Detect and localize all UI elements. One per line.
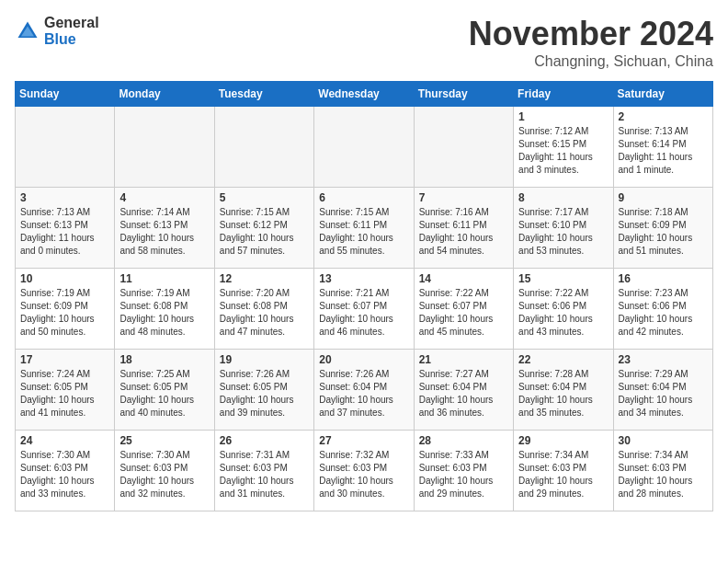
day-number: 24: [20, 434, 109, 447]
day-number: 5: [220, 191, 309, 204]
day-cell: 27Sunrise: 7:32 AM Sunset: 6:03 PM Dayli…: [314, 431, 414, 511]
weekday-header-thursday: Thursday: [414, 82, 513, 107]
day-number: 12: [220, 272, 309, 285]
day-cell: 10Sunrise: 7:19 AM Sunset: 6:09 PM Dayli…: [16, 269, 115, 350]
day-info: Sunrise: 7:23 AM Sunset: 6:06 PM Dayligh…: [619, 287, 708, 339]
weekday-header-monday: Monday: [115, 82, 214, 107]
day-cell: 24Sunrise: 7:30 AM Sunset: 6:03 PM Dayli…: [16, 431, 115, 511]
day-info: Sunrise: 7:24 AM Sunset: 6:05 PM Dayligh…: [20, 368, 109, 419]
day-info: Sunrise: 7:26 AM Sunset: 6:04 PM Dayligh…: [319, 368, 408, 419]
day-cell: 25Sunrise: 7:30 AM Sunset: 6:03 PM Dayli…: [115, 431, 214, 511]
day-cell: 17Sunrise: 7:24 AM Sunset: 6:05 PM Dayli…: [16, 350, 115, 431]
day-info: Sunrise: 7:34 AM Sunset: 6:03 PM Dayligh…: [518, 449, 608, 500]
day-number: 30: [619, 434, 708, 447]
day-info: Sunrise: 7:30 AM Sunset: 6:03 PM Dayligh…: [119, 449, 209, 500]
day-number: 7: [419, 191, 508, 204]
day-info: Sunrise: 7:22 AM Sunset: 6:07 PM Dayligh…: [419, 287, 508, 339]
week-row-4: 17Sunrise: 7:24 AM Sunset: 6:05 PM Dayli…: [16, 350, 713, 431]
day-cell: 1Sunrise: 7:12 AM Sunset: 6:15 PM Daylig…: [514, 107, 613, 188]
day-number: 26: [220, 434, 309, 447]
day-cell: 4Sunrise: 7:14 AM Sunset: 6:13 PM Daylig…: [115, 188, 214, 269]
weekday-header-saturday: Saturday: [613, 82, 712, 107]
day-cell: 5Sunrise: 7:15 AM Sunset: 6:12 PM Daylig…: [214, 188, 313, 269]
day-number: 4: [119, 191, 209, 204]
day-info: Sunrise: 7:22 AM Sunset: 6:06 PM Dayligh…: [518, 287, 608, 339]
day-cell: 22Sunrise: 7:28 AM Sunset: 6:04 PM Dayli…: [514, 350, 613, 431]
day-info: Sunrise: 7:12 AM Sunset: 6:15 PM Dayligh…: [518, 125, 608, 177]
day-cell: 3Sunrise: 7:13 AM Sunset: 6:13 PM Daylig…: [16, 188, 115, 269]
day-number: 8: [518, 191, 608, 204]
day-cell: 7Sunrise: 7:16 AM Sunset: 6:11 PM Daylig…: [414, 188, 513, 269]
day-number: 19: [220, 353, 309, 366]
month-title: November 2024: [469, 15, 713, 53]
day-number: 10: [20, 272, 109, 285]
day-number: 1: [518, 110, 608, 123]
day-cell: 15Sunrise: 7:22 AM Sunset: 6:06 PM Dayli…: [514, 269, 613, 350]
weekday-header-wednesday: Wednesday: [314, 82, 414, 107]
day-info: Sunrise: 7:16 AM Sunset: 6:11 PM Dayligh…: [419, 206, 508, 258]
title-block: November 2024 Changning, Sichuan, China: [469, 15, 713, 70]
day-number: 11: [119, 272, 209, 285]
day-info: Sunrise: 7:15 AM Sunset: 6:12 PM Dayligh…: [220, 206, 309, 258]
day-cell: 19Sunrise: 7:26 AM Sunset: 6:05 PM Dayli…: [214, 350, 313, 431]
day-info: Sunrise: 7:19 AM Sunset: 6:08 PM Dayligh…: [119, 287, 209, 339]
day-number: 15: [518, 272, 608, 285]
day-cell: [414, 107, 513, 188]
day-number: 13: [319, 272, 408, 285]
day-cell: 2Sunrise: 7:13 AM Sunset: 6:14 PM Daylig…: [613, 107, 712, 188]
day-cell: 13Sunrise: 7:21 AM Sunset: 6:07 PM Dayli…: [314, 269, 414, 350]
day-info: Sunrise: 7:28 AM Sunset: 6:04 PM Dayligh…: [518, 368, 608, 419]
day-cell: 11Sunrise: 7:19 AM Sunset: 6:08 PM Dayli…: [115, 269, 214, 350]
location: Changning, Sichuan, China: [469, 53, 713, 70]
day-info: Sunrise: 7:33 AM Sunset: 6:03 PM Dayligh…: [419, 449, 508, 500]
day-cell: 23Sunrise: 7:29 AM Sunset: 6:04 PM Dayli…: [613, 350, 712, 431]
weekday-header-row: SundayMondayTuesdayWednesdayThursdayFrid…: [16, 82, 713, 107]
day-info: Sunrise: 7:25 AM Sunset: 6:05 PM Dayligh…: [119, 368, 209, 419]
day-cell: 8Sunrise: 7:17 AM Sunset: 6:10 PM Daylig…: [514, 188, 613, 269]
day-cell: [115, 107, 214, 188]
day-number: 28: [419, 434, 508, 447]
day-cell: 16Sunrise: 7:23 AM Sunset: 6:06 PM Dayli…: [613, 269, 712, 350]
day-number: 16: [619, 272, 708, 285]
day-number: 17: [20, 353, 109, 366]
day-number: 22: [518, 353, 608, 366]
day-cell: [214, 107, 313, 188]
day-number: 27: [319, 434, 408, 447]
day-cell: 9Sunrise: 7:18 AM Sunset: 6:09 PM Daylig…: [613, 188, 712, 269]
day-info: Sunrise: 7:13 AM Sunset: 6:13 PM Dayligh…: [20, 206, 109, 258]
day-info: Sunrise: 7:34 AM Sunset: 6:03 PM Dayligh…: [619, 449, 708, 500]
day-info: Sunrise: 7:31 AM Sunset: 6:03 PM Dayligh…: [220, 449, 309, 500]
day-number: 23: [619, 353, 708, 366]
day-number: 20: [319, 353, 408, 366]
page-header: General Blue November 2024 Changning, Si…: [15, 15, 713, 70]
day-number: 6: [319, 191, 408, 204]
day-number: 9: [619, 191, 708, 204]
day-cell: 28Sunrise: 7:33 AM Sunset: 6:03 PM Dayli…: [414, 431, 513, 511]
day-number: 14: [419, 272, 508, 285]
day-info: Sunrise: 7:13 AM Sunset: 6:14 PM Dayligh…: [619, 125, 708, 177]
calendar-table: SundayMondayTuesdayWednesdayThursdayFrid…: [15, 81, 713, 511]
day-info: Sunrise: 7:15 AM Sunset: 6:11 PM Dayligh…: [319, 206, 408, 258]
day-number: 21: [419, 353, 508, 366]
week-row-3: 10Sunrise: 7:19 AM Sunset: 6:09 PM Dayli…: [16, 269, 713, 350]
day-info: Sunrise: 7:32 AM Sunset: 6:03 PM Dayligh…: [319, 449, 408, 500]
day-cell: 29Sunrise: 7:34 AM Sunset: 6:03 PM Dayli…: [514, 431, 613, 511]
day-cell: 20Sunrise: 7:26 AM Sunset: 6:04 PM Dayli…: [314, 350, 414, 431]
day-info: Sunrise: 7:19 AM Sunset: 6:09 PM Dayligh…: [20, 287, 109, 339]
day-cell: [16, 107, 115, 188]
day-info: Sunrise: 7:18 AM Sunset: 6:09 PM Dayligh…: [619, 206, 708, 258]
day-cell: 30Sunrise: 7:34 AM Sunset: 6:03 PM Dayli…: [613, 431, 712, 511]
day-cell: 12Sunrise: 7:20 AM Sunset: 6:08 PM Dayli…: [214, 269, 313, 350]
day-number: 29: [518, 434, 608, 447]
day-info: Sunrise: 7:20 AM Sunset: 6:08 PM Dayligh…: [220, 287, 309, 339]
day-info: Sunrise: 7:26 AM Sunset: 6:05 PM Dayligh…: [220, 368, 309, 419]
week-row-2: 3Sunrise: 7:13 AM Sunset: 6:13 PM Daylig…: [16, 188, 713, 269]
weekday-header-tuesday: Tuesday: [214, 82, 313, 107]
week-row-1: 1Sunrise: 7:12 AM Sunset: 6:15 PM Daylig…: [16, 107, 713, 188]
logo: General Blue: [15, 15, 99, 47]
day-cell: 18Sunrise: 7:25 AM Sunset: 6:05 PM Dayli…: [115, 350, 214, 431]
day-cell: [314, 107, 414, 188]
day-number: 2: [619, 110, 708, 123]
weekday-header-friday: Friday: [514, 82, 613, 107]
day-cell: 21Sunrise: 7:27 AM Sunset: 6:04 PM Dayli…: [414, 350, 513, 431]
